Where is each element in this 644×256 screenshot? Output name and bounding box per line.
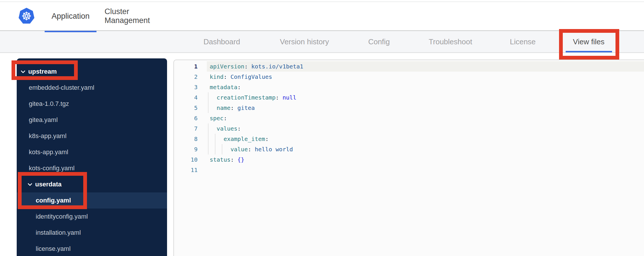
token-key: example_item <box>223 135 265 142</box>
code-line-10: 10status: {} <box>174 154 644 165</box>
yaml-code-editor[interactable]: 1apiVersion: kots.io/v1beta12kind: Confi… <box>173 60 644 256</box>
line-number: 4 <box>174 92 198 103</box>
line-number: 6 <box>174 113 198 123</box>
token-key: kind <box>210 73 223 80</box>
active-header-tab-underline <box>45 31 96 32</box>
tree-file-embedded-cluster-yaml[interactable]: embedded-cluster.yaml <box>17 80 167 96</box>
token-val: hello world <box>251 146 293 153</box>
code-line-6: 6spec: <box>174 113 644 123</box>
file-label: config.yaml <box>36 197 71 204</box>
file-label: license.yaml <box>36 245 71 253</box>
indent-guide <box>208 92 209 103</box>
file-label: kots-app.yaml <box>29 148 68 156</box>
folder-label: upstream <box>28 68 57 75</box>
chevron-down-icon <box>28 183 32 186</box>
file-label: installation.yaml <box>36 229 81 236</box>
line-number: 10 <box>174 154 198 165</box>
tree-folder-upstream[interactable]: upstream <box>17 64 167 80</box>
line-number: 9 <box>174 144 198 154</box>
token-plain <box>210 94 217 101</box>
token-colon: : <box>265 135 269 142</box>
file-label: identityconfig.yaml <box>36 213 88 220</box>
token-plain <box>210 135 223 142</box>
tree-file-installation-yaml[interactable]: installation.yaml <box>17 225 167 241</box>
code-text: creationTimestamp: null <box>210 92 296 103</box>
file-tree-sidebar: upstreamembedded-cluster.yamlgitea-1.0.7… <box>17 58 167 256</box>
tree-file-license-yaml[interactable]: license.yaml <box>17 241 167 256</box>
code-line-7: 7 values: <box>174 123 644 134</box>
code-text: status: {} <box>210 154 244 165</box>
token-plain <box>210 104 217 111</box>
token-kw: null <box>279 94 296 101</box>
token-colon: : <box>276 94 279 101</box>
token-key: values <box>217 125 237 132</box>
file-label: k8s-app.yaml <box>29 132 67 140</box>
subnav-tab-config[interactable]: Config <box>368 31 390 52</box>
file-label: gitea.yaml <box>29 116 58 124</box>
token-plain <box>210 146 230 153</box>
header-tab-cluster-management[interactable]: Cluster Management <box>105 2 172 30</box>
code-line-1: 1apiVersion: kots.io/v1beta1 <box>174 61 644 72</box>
token-colon: : <box>223 115 227 122</box>
subnav-tab-troubleshoot[interactable]: Troubleshoot <box>429 31 472 52</box>
code-line-9: 9 value: hello world <box>174 144 644 154</box>
token-key: name <box>217 104 230 111</box>
line-number: 11 <box>174 165 198 175</box>
active-subnav-tab-underline <box>566 51 612 52</box>
tree-file-k8s-app-yaml[interactable]: k8s-app.yaml <box>17 128 167 144</box>
code-text: example_item: <box>210 134 269 144</box>
indent-guide <box>208 134 209 144</box>
subnav-tab-view-files[interactable]: View files <box>573 31 604 52</box>
tree-file-kots-app-yaml[interactable]: kots-app.yaml <box>17 144 167 160</box>
token-val: kots.io/v1beta1 <box>248 63 303 70</box>
line-number: 5 <box>174 103 198 113</box>
chevron-down-icon <box>21 70 25 73</box>
line-number: 1 <box>174 61 198 72</box>
tree-file-gitea-yaml[interactable]: gitea.yaml <box>17 112 167 128</box>
file-label: gitea-1.0.7.tgz <box>29 100 69 108</box>
indent-guide <box>208 123 209 134</box>
token-key: spec <box>210 115 223 122</box>
token-plain <box>210 125 217 132</box>
tree-file-config-yaml[interactable]: config.yaml <box>17 192 167 209</box>
tree-file-kots-config-yaml[interactable]: kots-config.yaml <box>17 160 167 176</box>
code-line-4: 4 creationTimestamp: null <box>174 92 644 103</box>
token-colon: : <box>248 146 251 153</box>
file-label: embedded-cluster.yaml <box>29 84 94 91</box>
code-text: metadata: <box>210 82 241 92</box>
code-text: kind: ConfigValues <box>210 72 272 82</box>
subnav-tab-license[interactable]: License <box>510 31 536 52</box>
code-line-8: 8 example_item: <box>174 134 644 144</box>
line-number: 3 <box>174 82 198 92</box>
code-line-2: 2kind: ConfigValues <box>174 72 644 82</box>
token-colon: : <box>223 73 227 80</box>
indent-guide <box>208 103 209 113</box>
token-colon: : <box>237 125 241 132</box>
tree-file-identityconfig-yaml[interactable]: identityconfig.yaml <box>17 209 167 225</box>
token-key: status <box>210 156 230 163</box>
token-kw: {} <box>234 156 244 163</box>
token-key: apiVersion <box>210 63 244 70</box>
code-text: values: <box>210 123 241 134</box>
line-number: 8 <box>174 134 198 144</box>
token-colon: : <box>230 156 234 163</box>
token-val: ConfigValues <box>227 73 272 80</box>
subnav-tab-version-history[interactable]: Version history <box>280 31 329 52</box>
helm-wheel-icon: ☸ <box>21 10 32 22</box>
token-colon: : <box>237 84 241 91</box>
kubernetes-logo-icon: ☸ <box>18 8 35 24</box>
token-colon: : <box>244 63 248 70</box>
header-tab-application[interactable]: Application <box>45 2 96 30</box>
subnav-tab-dashboard[interactable]: Dashboard <box>203 31 240 52</box>
token-colon: : <box>230 104 234 111</box>
app-subnav: DashboardVersion historyConfigTroublesho… <box>0 31 644 53</box>
tree-folder-userdata[interactable]: userdata <box>17 176 167 192</box>
kots-admin-console: ☸ ApplicationCluster Management Dashboar… <box>0 0 644 256</box>
tree-file-gitea-1-0-7-tgz[interactable]: gitea-1.0.7.tgz <box>17 96 167 112</box>
code-line-3: 3metadata: <box>174 82 644 92</box>
code-line-11: 11 <box>174 165 644 175</box>
token-key: metadata <box>210 84 237 91</box>
token-val: gitea <box>234 104 255 111</box>
indent-guide <box>208 144 209 154</box>
app-header: ☸ ApplicationCluster Management <box>0 2 644 31</box>
